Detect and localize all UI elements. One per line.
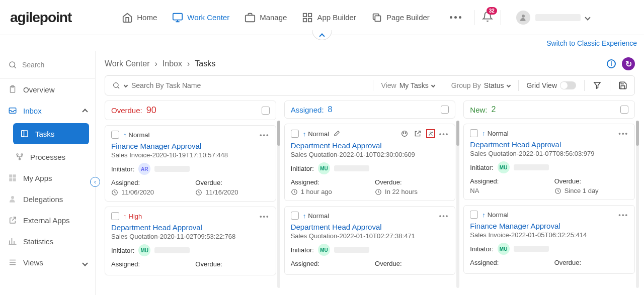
- task-title-link[interactable]: Department Head Approval: [470, 140, 628, 149]
- nav-home[interactable]: Home: [122, 12, 157, 23]
- search-icon: [112, 81, 120, 89]
- chevron-down-icon: [431, 83, 435, 87]
- svg-rect-0: [173, 13, 182, 20]
- clock-icon: [111, 189, 118, 196]
- scrollbar[interactable]: [277, 121, 280, 288]
- task-search[interactable]: [112, 81, 365, 89]
- sidebar-collapse-button[interactable]: ‹: [90, 177, 100, 187]
- task-title-link[interactable]: Department Head Approval: [291, 223, 449, 231]
- sidebar-item-tasks[interactable]: Tasks: [13, 123, 89, 144]
- sidebar-inbox-sub: Tasks Processes: [0, 123, 95, 167]
- task-card: ↑Normal ••• Finance Manager Approval Sal…: [463, 205, 635, 274]
- search-input[interactable]: [131, 81, 365, 89]
- task-checkbox[interactable]: [470, 211, 478, 219]
- select-all-checkbox[interactable]: [441, 106, 449, 114]
- nav-more[interactable]: [445, 16, 466, 19]
- select-all-checkbox[interactable]: [620, 106, 628, 114]
- card-menu[interactable]: •••: [618, 211, 628, 219]
- toggle-switch[interactable]: [560, 81, 576, 89]
- sidebar-item-statistics[interactable]: Statistics: [0, 231, 95, 252]
- sidebar-item-my-apps[interactable]: My Apps: [0, 167, 95, 188]
- priority-badge: ↑Normal: [482, 211, 508, 219]
- initiator-avatar: MU: [318, 244, 330, 256]
- sidebar-item-overview[interactable]: Overview: [0, 79, 95, 100]
- card-menu[interactable]: •••: [618, 130, 628, 137]
- card-menu[interactable]: •••: [439, 212, 449, 220]
- svg-point-21: [11, 196, 14, 199]
- task-title-link[interactable]: Department Head Approval: [111, 223, 270, 232]
- svg-point-22: [114, 83, 118, 87]
- reassign-icon[interactable]: [426, 129, 435, 138]
- open-icon[interactable]: [413, 129, 422, 138]
- task-subtitle: Sales Invoice-2020-10-19T17:10:57:448: [111, 151, 270, 159]
- notification-badge: 32: [487, 7, 497, 15]
- column-header-assigned: Assigned: 8: [284, 101, 456, 119]
- groupby-selector[interactable]: Group By Status: [451, 81, 510, 89]
- grid-icon: [302, 12, 313, 23]
- nav-app-builder[interactable]: App Builder: [302, 12, 356, 23]
- chevron-down-icon[interactable]: [124, 83, 128, 87]
- card-menu[interactable]: •••: [439, 130, 449, 138]
- task-checkbox[interactable]: [111, 212, 119, 220]
- chevron-down-icon: [506, 83, 510, 87]
- svg-rect-20: [13, 178, 16, 181]
- arrow-up-icon: ↑: [123, 131, 127, 139]
- arrow-up-icon: ↑: [123, 213, 127, 220]
- info-button[interactable]: i: [607, 59, 616, 68]
- save-icon[interactable]: [618, 81, 627, 90]
- task-title-link[interactable]: Finance Manager Approval: [470, 222, 628, 230]
- sidebar-item-processes[interactable]: Processes: [7, 146, 95, 167]
- apps-icon: [8, 173, 17, 182]
- sidebar-search[interactable]: Search: [0, 51, 95, 79]
- copy-icon: [371, 12, 382, 23]
- arrow-up-icon: ↑: [303, 212, 306, 220]
- nav-manage[interactable]: Manage: [245, 12, 287, 23]
- nav-work-center[interactable]: Work Center: [172, 12, 229, 23]
- notifications-button[interactable]: 32: [482, 11, 493, 24]
- task-checkbox[interactable]: [111, 131, 119, 139]
- filter-icon[interactable]: [593, 81, 602, 90]
- task-checkbox[interactable]: [470, 129, 478, 137]
- sidebar: Search Overview Inbox Tasks Processes My…: [0, 51, 96, 295]
- chart-icon: [8, 237, 17, 246]
- sidebar-item-external-apps[interactable]: External Apps: [0, 210, 95, 231]
- clock-icon: [375, 188, 382, 195]
- refresh-button[interactable]: ↻: [622, 57, 635, 70]
- view-icon[interactable]: [400, 129, 409, 138]
- svg-point-25: [401, 131, 407, 137]
- task-columns: Overdue: 90 ↑Normal ••• Finance Manager …: [105, 101, 635, 288]
- clock-icon: [554, 187, 561, 194]
- sidebar-item-views[interactable]: Views: [0, 252, 95, 273]
- card-menu[interactable]: •••: [260, 213, 270, 220]
- sidebar-item-inbox[interactable]: Inbox: [0, 100, 95, 121]
- priority-badge: ↑Normal: [303, 212, 329, 220]
- priority-badge: ↑Normal: [123, 131, 149, 139]
- breadcrumb-inbox[interactable]: Inbox: [163, 59, 182, 68]
- home-icon: [122, 12, 133, 23]
- task-checkbox[interactable]: [291, 212, 299, 220]
- column-new: New: 2 ↑Normal ••• Department Head Appro…: [463, 101, 635, 288]
- task-subtitle: Sales Quotation-2020-11-02T09:53:22:768: [111, 233, 270, 240]
- nav-page-builder[interactable]: Page Builder: [371, 12, 430, 23]
- column-header-new: New: 2: [463, 101, 635, 119]
- arrow-up-icon: ↑: [482, 130, 486, 137]
- breadcrumb-work-center[interactable]: Work Center: [105, 59, 150, 68]
- column-header-overdue: Overdue: 90: [105, 101, 276, 120]
- task-title-link[interactable]: Finance Manager Approval: [111, 142, 270, 150]
- card-menu[interactable]: •••: [260, 131, 270, 139]
- grid-view-toggle[interactable]: Grid View: [527, 81, 576, 89]
- svg-point-14: [17, 154, 18, 155]
- user-menu[interactable]: [516, 11, 590, 25]
- scrollbar[interactable]: [456, 121, 459, 288]
- svg-point-16: [19, 158, 21, 160]
- inbox-icon: [8, 106, 17, 115]
- sidebar-item-delegations[interactable]: Delegations: [0, 188, 95, 210]
- svg-rect-12: [22, 131, 28, 137]
- select-all-checkbox[interactable]: [262, 107, 270, 115]
- scrollbar[interactable]: [636, 121, 639, 288]
- view-selector[interactable]: View My Tasks: [381, 81, 435, 89]
- edit-icon[interactable]: [333, 130, 340, 137]
- task-checkbox[interactable]: [291, 130, 299, 138]
- svg-point-8: [10, 62, 15, 67]
- task-title-link[interactable]: Department Head Approval: [291, 141, 449, 150]
